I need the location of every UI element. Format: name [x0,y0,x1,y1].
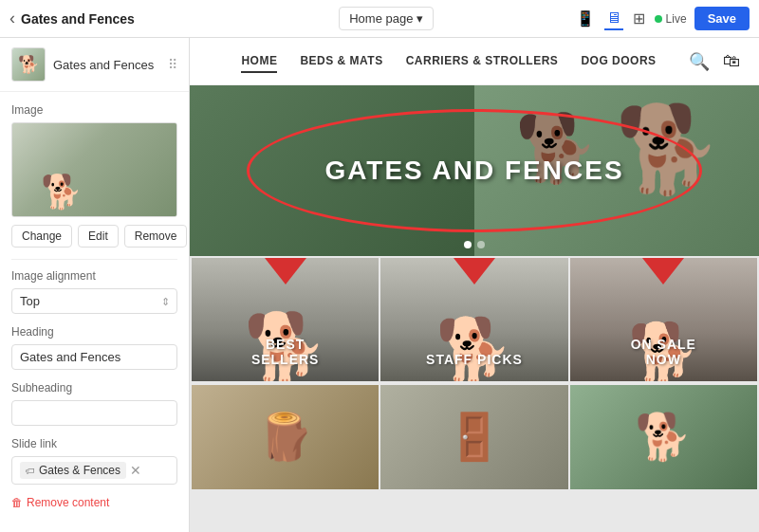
chevron-down-icon: ▾ [417,11,423,26]
heading-input[interactable] [11,344,177,370]
dog-icon-2: 🐕 [435,314,512,381]
subheading-label: Subheading [11,381,177,394]
bottom-grid: 🪵 🚪 🐕 [190,383,759,491]
slide-link-label: Slide link [11,437,177,450]
triangle-icon-1 [265,258,306,284]
desktop-icon[interactable]: 🖥 [604,8,623,30]
store-nav: HOME BEDS & MATS CARRIERS & STROLLERS DO… [190,38,759,85]
slide-link-tag: 🏷 Gates & Fences [20,462,126,479]
sidebar-item-title: Gates and Fences [53,58,160,72]
sidebar-image-section: Image 🐕 Change Edit Remove Image alignme… [0,92,189,532]
change-button[interactable]: Change [11,225,72,248]
top-bar-center: Home page ▾ [207,7,566,30]
top-bar-left: ‹ Gates and Fences [9,9,199,28]
image-preview: 🐕 [11,122,177,217]
slide-link-field: 🏷 Gates & Fences ✕ [11,456,177,485]
live-badge: Live [655,12,687,26]
remove-content-label: Remove content [27,496,109,509]
sidebar-thumbnail: 🐕 [11,47,46,82]
product-card-on-sale[interactable]: 🐕 ON SALENOW [570,258,757,381]
remove-button[interactable]: Remove [124,225,188,248]
triangle-icon-3 [642,258,684,284]
bottom-card-2[interactable]: 🚪 [380,385,567,489]
product-card-best-sellers[interactable]: 🐕 BESTSELLERS [192,258,379,381]
triangle-icon-2 [454,258,495,284]
top-bar-title: Gates and Fences [21,11,135,27]
image-buttons: Change Edit Remove [11,225,177,248]
nav-beds-mats[interactable]: BEDS & MATS [300,50,382,73]
alignment-label: Image alignment [11,269,177,283]
widescreen-icon[interactable]: ⊞ [631,8,647,29]
nav-links: HOME BEDS & MATS CARRIERS & STROLLERS DO… [209,50,689,73]
trash-icon: 🗑 [11,496,23,509]
product-grid: 🐕 BESTSELLERS 🐕 STAFF PICKS [190,256,759,383]
mobile-icon[interactable]: 📱 [574,8,597,29]
sidebar-header: 🐕 Gates and Fences ⠿ [0,38,189,92]
search-icon[interactable]: 🔍 [689,51,710,72]
image-label: Image [11,103,177,117]
hero-dots [464,241,485,248]
live-label: Live [666,12,687,26]
tag-icon: 🏷 [26,466,35,476]
slide-link-value: Gates & Fences [39,464,120,477]
alignment-select[interactable]: Top Center Bottom [11,288,177,314]
preview-area: HOME BEDS & MATS CARRIERS & STROLLERS DO… [190,38,759,532]
card-label-1: BESTSELLERS [192,337,379,367]
drag-handle-icon[interactable]: ⠿ [168,57,177,72]
bottom-card-1[interactable]: 🪵 [192,385,379,489]
live-dot [655,15,662,23]
top-bar: ‹ Gates and Fences Home page ▾ 📱 🖥 ⊞ Liv… [0,0,759,38]
nav-dog-doors[interactable]: DOG DOORS [581,50,656,73]
tag-remove-button[interactable]: ✕ [130,463,141,478]
back-button[interactable]: ‹ [9,9,15,28]
page-selector[interactable]: Home page ▾ [339,7,434,30]
bottom-card-3[interactable]: 🐕 [570,385,757,489]
hero-section: 🐕 🐕 GATES AND FENCES [190,85,759,256]
hero-title: GATES AND FENCES [324,156,623,186]
save-button[interactable]: Save [694,7,750,30]
card-label-3: ON SALENOW [570,337,757,367]
page-selector-label: Home page [349,11,413,26]
sidebar: 🐕 Gates and Fences ⠿ Image 🐕 Change Edit… [0,38,190,532]
heading-label: Heading [11,325,177,339]
remove-content-link[interactable]: 🗑 Remove content [11,496,177,521]
nav-icons: 🔍 🛍 [689,51,740,72]
cart-icon[interactable]: 🛍 [723,51,740,71]
top-bar-icons: 📱 🖥 ⊞ Live Save [574,7,750,30]
subheading-input[interactable] [11,400,177,426]
card-label-2: STAFF PICKS [380,352,567,367]
product-card-staff-picks[interactable]: 🐕 STAFF PICKS [380,258,567,381]
hero-dot-2[interactable] [477,241,485,248]
hero-dot-1[interactable] [464,241,472,248]
edit-button[interactable]: Edit [78,225,119,248]
main: 🐕 Gates and Fences ⠿ Image 🐕 Change Edit… [0,38,759,532]
store-preview: HOME BEDS & MATS CARRIERS & STROLLERS DO… [190,38,759,491]
nav-home[interactable]: HOME [241,50,277,73]
alignment-select-wrapper: Top Center Bottom [11,288,177,314]
hero-content: GATES AND FENCES [190,85,759,256]
nav-carriers-strollers[interactable]: CARRIERS & STROLLERS [406,50,559,73]
